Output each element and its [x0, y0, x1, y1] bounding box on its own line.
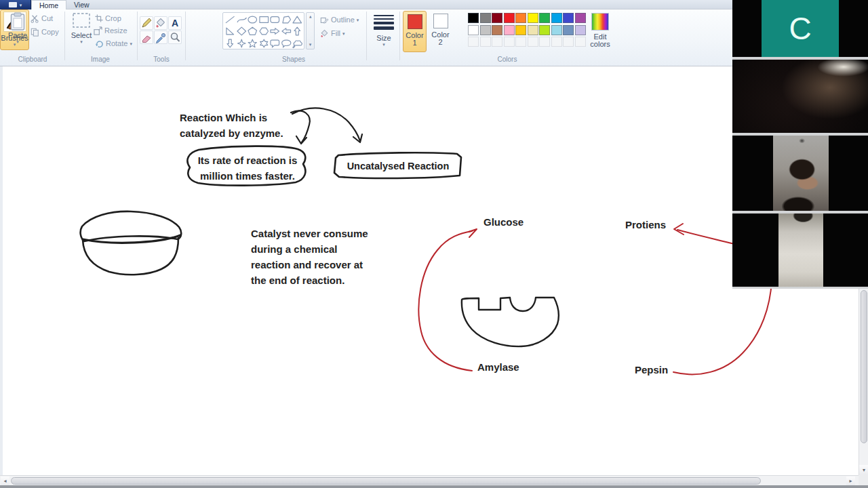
horizontal-scrollbar[interactable]: ◂ ▸	[0, 475, 859, 485]
shape-up-arrow[interactable]	[292, 26, 303, 38]
palette-swatch-empty[interactable]	[468, 37, 479, 47]
palette-swatch[interactable]	[515, 25, 526, 35]
palette-swatch[interactable]	[480, 13, 491, 23]
palette-swatch[interactable]	[551, 25, 562, 35]
shape-five-point-star[interactable]	[247, 37, 258, 49]
color2-swatch	[433, 14, 448, 28]
scroll-down-button[interactable]: ▾	[859, 465, 868, 475]
shape-rounded-rectangle[interactable]	[269, 14, 281, 26]
participant-tile-avatar[interactable]: C	[732, 0, 868, 57]
shape-rectangle[interactable]	[258, 14, 270, 26]
shape-oval[interactable]	[247, 14, 258, 26]
cut-button[interactable]: Cut	[31, 14, 53, 23]
edit-colors-button[interactable]: Edit colors	[587, 11, 613, 52]
outline-icon	[320, 16, 329, 24]
magnifier-tool-button[interactable]	[168, 30, 182, 44]
shape-left-arrow[interactable]	[281, 26, 292, 38]
palette-swatch[interactable]	[480, 25, 491, 35]
palette-swatch[interactable]	[563, 25, 574, 35]
palette-swatch[interactable]	[539, 25, 550, 35]
palette-swatch[interactable]	[528, 13, 538, 23]
participant-tile-video[interactable]	[732, 60, 868, 133]
palette-swatch[interactable]	[492, 13, 502, 23]
select-button[interactable]: Select ▾	[70, 12, 93, 54]
text-icon: A	[169, 17, 181, 29]
palette-swatch[interactable]	[563, 13, 574, 23]
palette-swatch[interactable]	[504, 13, 515, 23]
resize-button[interactable]: Resize	[94, 26, 127, 35]
palette-swatch[interactable]	[539, 13, 550, 23]
fill-bucket-icon	[320, 29, 329, 38]
scroll-right-button[interactable]: ▸	[846, 476, 855, 485]
palette-swatch[interactable]	[468, 13, 479, 23]
text-tool-button[interactable]: A	[168, 16, 182, 30]
shape-curve[interactable]	[236, 14, 248, 26]
palette-swatch-empty[interactable]	[515, 37, 526, 47]
palette-swatch-empty[interactable]	[492, 37, 502, 47]
chevron-up-icon[interactable]: ▾	[309, 15, 312, 20]
palette-row-custom	[468, 37, 586, 47]
shape-six-point-star[interactable]	[258, 37, 270, 49]
palette-swatch-empty[interactable]	[575, 37, 586, 47]
crop-button[interactable]: Crop	[95, 14, 121, 23]
palette-swatch[interactable]	[504, 25, 515, 35]
shape-pentagon[interactable]	[247, 26, 258, 38]
paint-canvas[interactable]	[3, 66, 859, 475]
chevron-down-icon[interactable]: ▾	[309, 42, 312, 47]
right-arrow-icon	[269, 26, 281, 37]
palette-swatch-empty[interactable]	[539, 37, 550, 47]
copy-button[interactable]: Copy	[31, 27, 59, 37]
participant-tile-video[interactable]	[732, 136, 868, 211]
shape-polygon[interactable]	[281, 14, 292, 26]
palette-swatch-empty[interactable]	[528, 37, 538, 47]
palette-swatch[interactable]	[551, 13, 562, 23]
shape-down-arrow[interactable]	[224, 37, 236, 49]
tab-view[interactable]: View	[66, 0, 97, 9]
fill-button[interactable]: Fill ▾	[320, 28, 345, 38]
vertical-scrollbar-thumb[interactable]	[861, 290, 867, 443]
shapes-gallery-scroll[interactable]: ▾ ▾	[306, 12, 315, 49]
rounded-rectangle-icon	[269, 14, 281, 25]
paste-button[interactable]: Paste ▾	[5, 12, 30, 54]
chevron-down-icon: ▾	[382, 42, 385, 47]
participant-tile-video[interactable]	[732, 214, 868, 287]
outline-button[interactable]: Outline ▾	[320, 15, 359, 24]
size-button[interactable]: Size ▾	[370, 12, 397, 53]
pencil-tool-button[interactable]	[140, 16, 153, 30]
shape-rounded-callout[interactable]	[269, 37, 281, 49]
palette-swatch[interactable]	[575, 13, 586, 23]
shape-cloud-callout[interactable]	[292, 37, 303, 49]
rotate-button[interactable]: Rotate ▾	[95, 39, 132, 48]
shape-triangle[interactable]	[292, 14, 303, 26]
shape-line[interactable]	[224, 14, 236, 26]
color1-button[interactable]: Color 1	[403, 11, 427, 52]
palette-swatch[interactable]	[468, 25, 479, 35]
paint-menu-button[interactable]: ▾	[0, 0, 31, 9]
eraser-tool-button[interactable]	[140, 30, 153, 44]
line-icon	[224, 14, 236, 25]
pencil-icon	[140, 17, 153, 29]
shape-right-triangle[interactable]	[224, 26, 236, 38]
palette-swatch[interactable]	[528, 25, 538, 35]
palette-swatch-empty[interactable]	[504, 37, 515, 47]
copy-icon	[31, 28, 39, 37]
magnifier-icon	[169, 31, 181, 43]
horizontal-scrollbar-thumb[interactable]	[11, 477, 761, 485]
palette-swatch-empty[interactable]	[480, 37, 491, 47]
palette-swatch-empty[interactable]	[551, 37, 562, 47]
fill-with-color-tool-button[interactable]	[154, 16, 167, 30]
shape-four-point-star[interactable]	[236, 37, 248, 49]
color-picker-tool-button[interactable]	[154, 30, 167, 44]
tab-home[interactable]: Home	[31, 0, 66, 9]
palette-swatch[interactable]	[492, 25, 502, 35]
chevron-down-icon: ▾	[130, 41, 132, 46]
shape-oval-callout[interactable]	[281, 37, 292, 49]
shape-hexagon[interactable]	[258, 26, 270, 38]
palette-swatch[interactable]	[515, 13, 526, 23]
palette-swatch-empty[interactable]	[563, 37, 574, 47]
shape-diamond[interactable]	[236, 26, 248, 38]
shape-right-arrow[interactable]	[269, 26, 281, 38]
scroll-left-button[interactable]: ◂	[1, 476, 9, 485]
color2-button[interactable]: Color 2	[429, 11, 452, 52]
palette-swatch[interactable]	[575, 25, 586, 35]
